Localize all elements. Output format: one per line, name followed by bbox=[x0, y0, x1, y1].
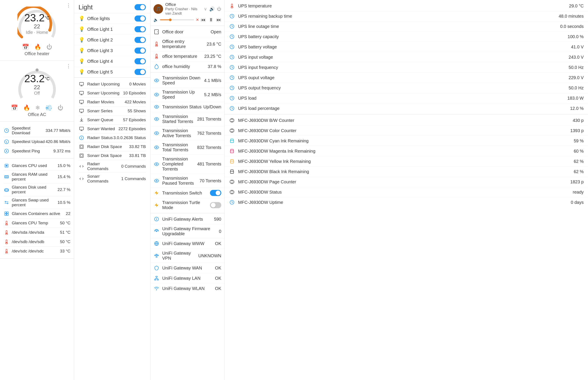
power-icon-2[interactable]: ⏻ bbox=[57, 104, 63, 111]
chevron-down-icon[interactable]: ∨ bbox=[204, 6, 207, 12]
calendar-icon-2[interactable]: 📅 bbox=[11, 104, 18, 111]
trans-started-row: Transmission Started Torrents 281 Torren… bbox=[151, 112, 224, 126]
fan-icon-2[interactable]: 💨 bbox=[45, 104, 52, 111]
printer-black-row: MFC-J6930DW Black Ink Remaining 62 % bbox=[225, 167, 588, 177]
trans-dl-label: Transmission Down Speed bbox=[162, 76, 204, 85]
sda-temp-icon bbox=[3, 229, 10, 235]
printer-cyan-value: 59 % bbox=[574, 138, 584, 143]
media-section: Radarr Upcoming 0 Movies Sonarr Upcoming… bbox=[74, 77, 150, 187]
volume-low-icon[interactable]: 🔈 bbox=[153, 18, 158, 22]
bulb-icon-5: 💡 bbox=[78, 69, 85, 75]
printer-uptime-label: MFC-J6930DW Uptime bbox=[238, 200, 571, 205]
volume-icon[interactable]: 🔊 bbox=[209, 6, 215, 12]
trans-switch-toggle[interactable] bbox=[210, 190, 221, 196]
bulb-icon-2: 💡 bbox=[78, 37, 85, 43]
printer-color-value: 1393 p bbox=[570, 128, 584, 133]
light-toggle-1[interactable] bbox=[134, 26, 146, 32]
svg-rect-18 bbox=[7, 212, 8, 213]
swap-used-label: Glances Swap used percent bbox=[12, 198, 57, 207]
media-value-4: 57 Episodes bbox=[123, 117, 146, 122]
speedtest-download-row: Speedtest Download 334.77 Mbit/s bbox=[3, 124, 70, 137]
status-2: Off bbox=[4, 91, 70, 96]
containers-icon bbox=[3, 210, 10, 217]
office-temp-label: office temperature bbox=[162, 54, 204, 59]
svg-rect-25 bbox=[80, 82, 83, 85]
trans-total-value: 832 Torrents bbox=[197, 145, 221, 150]
svg-point-38 bbox=[157, 32, 158, 32]
globe-icon bbox=[153, 241, 160, 247]
light-toggle-0[interactable] bbox=[134, 16, 146, 21]
media-value-5: 2272 Episodes bbox=[118, 126, 146, 131]
pause-icon[interactable]: ⏸ bbox=[209, 17, 213, 23]
ups-batvolt-value: 41.0 V bbox=[571, 44, 584, 50]
door-label: Office door bbox=[162, 29, 211, 35]
printer-cyan-icon bbox=[229, 138, 235, 144]
light-toggle-3[interactable] bbox=[134, 48, 146, 54]
media-label-10: Sonarr Commands bbox=[87, 174, 121, 184]
monitor-icon-5 bbox=[78, 126, 85, 132]
ups-capacity-label: UPS battery capacity bbox=[238, 34, 568, 39]
light-toggle-5[interactable] bbox=[134, 69, 146, 75]
printer-yellow-value: 62 % bbox=[574, 159, 584, 164]
trans-status-label: Transmission Status bbox=[162, 104, 203, 110]
ups-outage-icon bbox=[229, 23, 235, 29]
power-player-icon[interactable]: ⏻ bbox=[217, 7, 221, 12]
sda-temp-label: /dev/sda /dev/sda bbox=[12, 230, 60, 235]
flame-icon-2[interactable]: 🔥 bbox=[23, 104, 30, 111]
speedtest-section: Speedtest Download 334.77 Mbit/s Speedte… bbox=[0, 122, 74, 158]
eye-icon-5 bbox=[153, 144, 160, 151]
disk-used-value: 22.7 % bbox=[57, 187, 70, 192]
bulb-icon-1: 💡 bbox=[78, 26, 85, 32]
main-light-toggle[interactable] bbox=[134, 4, 146, 10]
snowflake-icon-2[interactable]: ❄ bbox=[35, 104, 40, 111]
ups-outvolt-label: UPS ouput voltage bbox=[238, 75, 569, 80]
shield-icon bbox=[153, 265, 160, 271]
svg-rect-29 bbox=[80, 127, 83, 130]
speedtest-download-value: 334.77 Mbit/s bbox=[46, 128, 70, 133]
svg-point-87 bbox=[233, 192, 233, 192]
media-row-8: Sonarr Disk Space 33.81 TB bbox=[78, 151, 146, 160]
media-value-10: 1 Commands bbox=[121, 176, 146, 181]
status-1: Idle · Home bbox=[4, 30, 70, 35]
printer-section: MFC-J6930DW B/W Counter 430 p MFC-J6930D… bbox=[225, 114, 588, 208]
ups-outvolt-value: 229.0 V bbox=[569, 75, 584, 80]
media-row-3: Sonarr Series 55 Shows bbox=[78, 107, 146, 115]
light-toggle-4[interactable] bbox=[134, 58, 146, 64]
prev-icon[interactable]: ⏮ bbox=[201, 17, 206, 23]
unifi-firmware-value: 0 bbox=[219, 229, 221, 234]
next-icon[interactable]: ⏭ bbox=[216, 17, 221, 23]
media-row-0: Radarr Upcoming 0 Movies bbox=[78, 80, 146, 89]
svg-point-24 bbox=[6, 252, 7, 253]
printer-status-label: MFC-J6930DW Status bbox=[238, 190, 573, 195]
light-item-1: 💡 Office Light 1 bbox=[74, 24, 150, 35]
trans-paused-label: Transmission Paused Torrents bbox=[162, 176, 199, 186]
media-row-7: Radarr Disk Space 33.82 TB bbox=[78, 142, 146, 151]
printer-yellow-row: MFC-J6930DW Yellow Ink Remaining 62 % bbox=[225, 156, 588, 167]
speedtest-upload-value: 420.86 Mbit/s bbox=[46, 139, 70, 144]
printer-magenta-row: MFC-J6930DW Magenta Ink Remaining 60 % bbox=[225, 146, 588, 156]
player-progress-bar[interactable] bbox=[160, 19, 194, 20]
printer-cyan-label: MFC-J6930DW Cyan Ink Remaining bbox=[238, 138, 574, 143]
light-item-2: 💡 Office Light 2 bbox=[74, 35, 150, 45]
light-toggle-2[interactable] bbox=[134, 37, 146, 43]
ups-temp-icon bbox=[229, 3, 235, 9]
cross-icon[interactable]: ✕ bbox=[196, 18, 199, 22]
calendar-icon-1[interactable]: 📅 bbox=[22, 44, 29, 50]
trans-turtle-toggle[interactable] bbox=[210, 202, 221, 208]
trans-ul-label: Transmission Up Speed bbox=[162, 90, 204, 100]
eye-icon-2 bbox=[153, 104, 160, 110]
light-label-1: Office Light 1 bbox=[87, 27, 134, 32]
media-row-9: Radarr Commands 0 Commands bbox=[78, 160, 146, 173]
media-row-1: Sonarr Upcoming 10 Episodes bbox=[78, 89, 146, 98]
sda-temp-value: 51 °C bbox=[60, 230, 70, 235]
power-icon-1[interactable]: ⏻ bbox=[46, 44, 52, 50]
speedtest-dl-icon bbox=[3, 128, 10, 134]
trans-status-row: Transmission Status Up/Down bbox=[151, 102, 224, 112]
unifi-vpn-label: UniFi Gateway VPN bbox=[162, 251, 198, 261]
svg-point-47 bbox=[156, 164, 157, 165]
ram-icon bbox=[3, 174, 10, 180]
flame-icon-1[interactable]: 🔥 bbox=[34, 44, 41, 50]
unifi-info-icon bbox=[153, 216, 160, 222]
sdb-temp-value: 50 °C bbox=[60, 239, 70, 244]
ups-capacity-icon bbox=[229, 34, 235, 40]
